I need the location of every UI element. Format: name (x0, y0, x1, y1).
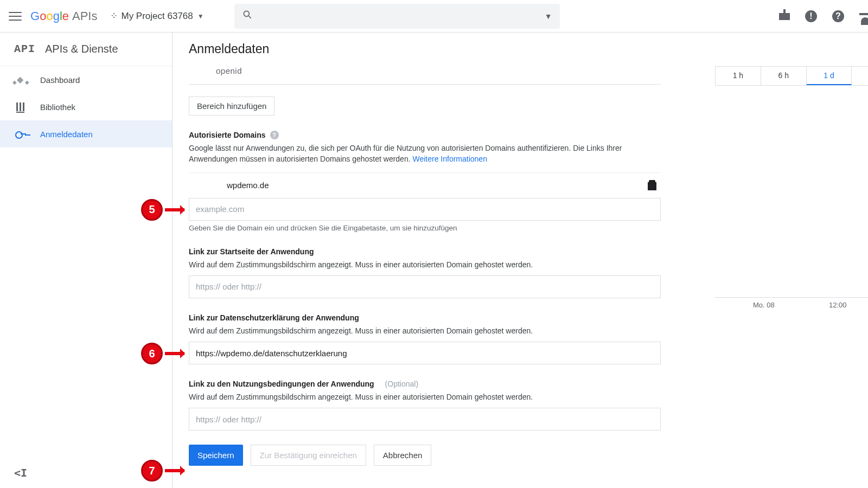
chart-x-tick: Mo. 08 (753, 301, 775, 309)
domain-value: wpdemo.de (227, 181, 269, 190)
search-dropdown-icon: ▼ (545, 12, 552, 21)
sidebar-item-dashboard[interactable]: Dashboard (0, 66, 172, 93)
chart-x-tick: 12:00 (829, 301, 847, 309)
dropdown-icon: ▼ (197, 12, 204, 20)
menu-icon[interactable] (9, 10, 22, 23)
search-box[interactable]: ▼ (234, 4, 560, 29)
submit-verification-button: Zur Bestätigung einreichen (251, 445, 366, 466)
callout-arrow (165, 469, 184, 472)
google-apis-logo[interactable]: Google APIs (30, 9, 97, 23)
callout-arrow (165, 208, 184, 211)
callout-badge-7: 7 (141, 460, 163, 481)
home-link-label: Link zur Startseite der Anwendung (189, 247, 661, 256)
privacy-link-label: Link zur Datenschutzerklärung der Anwend… (189, 313, 661, 322)
more-info-link[interactable]: Weitere Informationen (412, 155, 487, 163)
project-name: My Project 63768 (121, 11, 193, 22)
domain-input[interactable] (189, 198, 661, 221)
privacy-link-desc: Wird auf dem Zustimmungsbildschirm angez… (189, 325, 661, 336)
domain-row: wpdemo.de (189, 172, 661, 198)
save-button[interactable]: Speichern (189, 445, 243, 466)
time-range-6h[interactable]: 6 h (761, 67, 807, 85)
project-icon: ⁘ (110, 10, 117, 22)
key-icon (15, 131, 26, 137)
privacy-link-input[interactable] (189, 342, 661, 364)
sidebar-item-label: Bibliothek (40, 102, 75, 112)
sidebar-item-label: Anmeldedaten (40, 130, 93, 139)
page-title: Anmeldedaten (173, 33, 868, 66)
service-title: API APIs & Dienste (0, 33, 172, 66)
cancel-button[interactable]: Abbrechen (374, 445, 432, 466)
sidebar-item-library[interactable]: Bibliothek (0, 93, 172, 120)
delete-icon[interactable] (648, 181, 656, 190)
alert-icon[interactable]: ! (805, 10, 817, 22)
authorized-domains-desc: Google lässt nur Anwendungen zu, die sic… (189, 143, 661, 165)
api-icon: API (14, 43, 35, 55)
terms-link-input[interactable] (189, 408, 661, 431)
gift-icon[interactable] (779, 9, 790, 23)
terms-link-desc: Wird auf dem Zustimmungsbildschirm angez… (189, 391, 661, 402)
help-icon[interactable]: ? (832, 10, 844, 22)
time-range-1h[interactable]: 1 h (716, 67, 761, 85)
logo-suffix: APIs (72, 9, 97, 23)
time-range-1d[interactable]: 1 d (807, 67, 852, 85)
callout-badge-6: 6 (141, 343, 163, 364)
help-icon[interactable]: ? (270, 131, 279, 139)
home-link-input[interactable] (189, 275, 661, 298)
service-title-label: APIs & Dienste (45, 43, 118, 55)
library-icon (15, 102, 26, 111)
authorized-domains-label: Autorisierte Domains ? (189, 131, 661, 139)
dashboard-icon (15, 76, 26, 84)
terms-link-label: Link zu den Nutzungsbedingungen der Anwe… (189, 380, 661, 388)
search-icon (242, 9, 253, 23)
sidebar-item-label: Dashboard (40, 75, 80, 85)
project-picker[interactable]: ⁘ My Project 63768 ▼ (110, 10, 203, 22)
svg-point-0 (244, 11, 249, 16)
time-range-selector: 1 h 6 h 1 d 7 d 30 d (715, 66, 868, 86)
svg-line-1 (248, 16, 251, 18)
home-link-desc: Wird auf dem Zustimmungsbildschirm angez… (189, 259, 661, 270)
time-range-7d[interactable]: 7 d (852, 67, 868, 85)
callout-arrow (165, 352, 184, 355)
callout-badge-5: 5 (141, 199, 163, 221)
add-scope-button[interactable]: Bereich hinzufügen (189, 97, 275, 115)
domain-input-hint: Geben Sie die Domain ein und drücken Sie… (189, 224, 661, 232)
chart-axis: 0 Mo. 08 12:00 (715, 297, 868, 319)
scope-openid: openid (189, 66, 661, 85)
sidebar-item-credentials[interactable]: Anmeldedaten (0, 120, 172, 147)
